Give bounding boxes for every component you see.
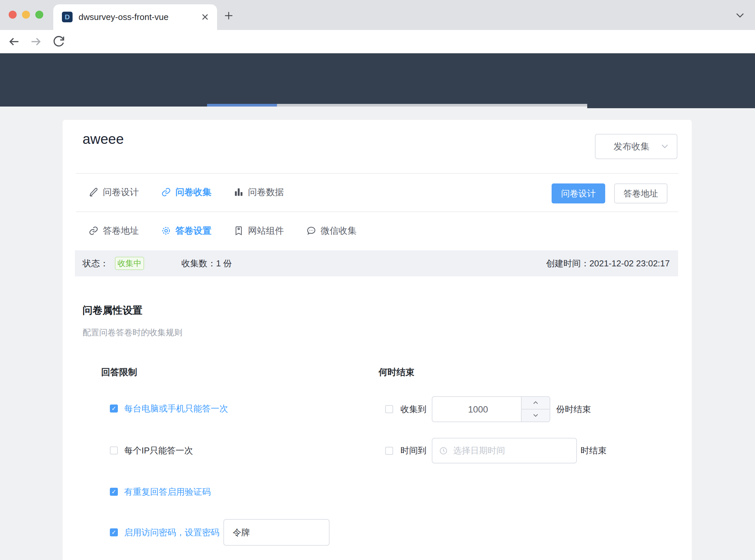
end-by-time-row: 时间到 时结束 xyxy=(385,438,607,463)
stepper-up-button[interactable] xyxy=(522,397,550,409)
divider xyxy=(76,173,678,174)
datetime-input[interactable] xyxy=(452,445,564,456)
browser-toolbar: localhost:8083/#/dw/survey/c/attr/c98fa1… xyxy=(0,30,755,53)
status-bar: 状态： 收集中 收集数：1 份 创建时间：2021-12-02 23:02:17 xyxy=(75,251,678,276)
tab-label: 答卷设置 xyxy=(176,225,211,237)
checkbox-checked[interactable]: ✓ xyxy=(110,488,118,496)
option-row-password: ✓ 启用访问密码，设置密码 xyxy=(110,519,330,546)
datetime-picker[interactable] xyxy=(432,438,577,463)
publish-collect-value: 发布收集 xyxy=(613,135,650,159)
checkbox-unchecked[interactable] xyxy=(385,447,393,455)
clock-icon xyxy=(439,446,448,455)
checkbox-checked[interactable]: ✓ xyxy=(110,528,118,536)
option-row-captcha: ✓ 有重复回答启用验证码 xyxy=(110,478,211,505)
close-window-button[interactable] xyxy=(9,11,17,19)
count-suffix-label: 份时结束 xyxy=(556,403,591,415)
checkbox-unchecked[interactable] xyxy=(110,446,118,455)
tab-survey-data[interactable]: 问卷数据 xyxy=(234,186,284,198)
section-description: 配置问卷答卷时的收集规则 xyxy=(83,327,182,338)
status-label: 状态： xyxy=(83,251,108,276)
new-tab-button[interactable] xyxy=(222,9,235,22)
checkmark-icon: ✓ xyxy=(111,488,116,495)
edit-icon xyxy=(88,187,99,197)
status-badge: 收集中 xyxy=(115,257,144,270)
browser-tab-strip: D dwsurvey-oss-front-vue xyxy=(0,0,755,30)
checkmark-icon: ✓ xyxy=(111,405,116,412)
checkmark-icon: ✓ xyxy=(111,529,116,536)
favicon: D xyxy=(62,12,73,22)
option-label[interactable]: 有重复回答启用验证码 xyxy=(124,486,211,498)
active-nav-underline xyxy=(207,104,277,106)
option-label[interactable]: 每台电脑或手机只能答一次 xyxy=(124,403,228,415)
screen: D dwsurvey-oss-front-vue localhost:80 xyxy=(0,0,755,560)
count-prefix-label: 收集到 xyxy=(401,403,426,415)
tab-survey-design[interactable]: 问卷设计 xyxy=(88,186,139,198)
end-by-count-row: 收集到 份时结束 xyxy=(385,396,591,422)
section-heading: 问卷属性设置 xyxy=(83,304,142,317)
answer-limit-header: 回答限制 xyxy=(101,366,137,378)
tab-site-widget[interactable]: 网站组件 xyxy=(234,225,284,237)
end-condition-header: 何时结束 xyxy=(379,366,414,378)
count-number-input xyxy=(432,396,550,422)
created-time-label: 创建时间： xyxy=(546,258,590,268)
checkbox-checked[interactable]: ✓ xyxy=(110,404,118,413)
tab-label: 问卷设计 xyxy=(103,186,139,198)
tab-answer-settings[interactable]: 答卷设置 xyxy=(161,225,211,237)
option-label[interactable]: 每个IP只能答一次 xyxy=(124,445,193,457)
tab-wechat-collect[interactable]: 微信收集 xyxy=(306,225,356,237)
bar-chart-icon xyxy=(234,187,244,197)
zoom-window-button[interactable] xyxy=(35,11,43,19)
option-row-ip-once: 每个IP只能答一次 xyxy=(110,437,193,464)
tab-label: 答卷地址 xyxy=(103,225,139,237)
collect-count-value: 1 份 xyxy=(216,258,232,268)
chevron-down-icon xyxy=(661,144,669,149)
created-time-value: 2021-12-02 23:02:17 xyxy=(590,258,670,268)
primary-tabs: 问卷设计 问卷收集 问卷数据 xyxy=(88,178,284,206)
tab-answer-url[interactable]: 答卷地址 xyxy=(88,225,139,237)
tab-label: 问卷收集 xyxy=(176,186,211,198)
survey-design-button[interactable]: 问卷设计 xyxy=(552,183,605,203)
nav-strip-dark xyxy=(587,106,755,108)
gear-icon xyxy=(161,226,171,236)
survey-title: aweee xyxy=(83,131,124,147)
tab-title: dwsurvey-oss-front-vue xyxy=(79,4,168,30)
collect-count-label: 收集数： xyxy=(181,258,216,268)
chat-icon xyxy=(306,226,316,236)
number-stepper xyxy=(521,397,550,421)
stepper-down-button[interactable] xyxy=(522,409,550,421)
app-navbar: DIAOWEN 调问 OSS 我的问卷 个人中心 用户管理 service@di… xyxy=(0,53,755,106)
divider xyxy=(76,212,678,212)
time-prefix-label: 时间到 xyxy=(401,445,426,457)
option-row-device-once: ✓ 每台电脑或手机只能答一次 xyxy=(110,395,228,422)
tab-list-chevron-icon[interactable] xyxy=(735,12,745,19)
tab-label: 微信收集 xyxy=(321,225,356,237)
survey-card: aweee 发布收集 问卷设计 问卷收集 xyxy=(63,120,692,560)
close-tab-icon[interactable] xyxy=(199,11,211,23)
tab-label: 问卷数据 xyxy=(248,186,284,198)
publish-collect-select[interactable]: 发布收集 xyxy=(595,134,677,159)
answer-url-button[interactable]: 答卷地址 xyxy=(614,183,668,203)
time-suffix-label: 时结束 xyxy=(580,445,607,457)
tab-label: 网站组件 xyxy=(248,225,284,237)
password-input[interactable] xyxy=(223,519,330,546)
nav-strip xyxy=(277,104,587,106)
secondary-tabs: 答卷地址 答卷设置 网站组件 微信收集 xyxy=(88,217,356,244)
reload-icon[interactable] xyxy=(52,35,65,48)
minimize-window-button[interactable] xyxy=(22,11,30,19)
created-time: 创建时间：2021-12-02 23:02:17 xyxy=(546,251,670,276)
tab-survey-collect[interactable]: 问卷收集 xyxy=(161,186,211,198)
forward-icon[interactable] xyxy=(29,35,43,48)
option-label[interactable]: 启用访问密码，设置密码 xyxy=(124,527,219,538)
browser-tab[interactable]: D dwsurvey-oss-front-vue xyxy=(53,4,217,30)
collection-tag-icon xyxy=(234,226,244,236)
checkbox-unchecked[interactable] xyxy=(385,405,393,413)
link-icon xyxy=(161,187,171,197)
collect-count: 收集数：1 份 xyxy=(181,251,232,276)
back-icon[interactable] xyxy=(7,35,21,48)
link-icon xyxy=(88,226,99,236)
count-input[interactable] xyxy=(432,397,524,422)
